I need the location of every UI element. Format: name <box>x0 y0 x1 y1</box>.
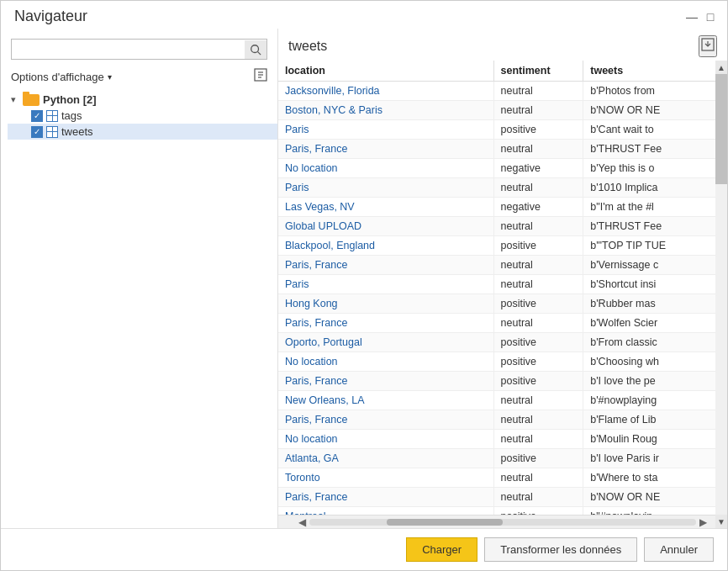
charger-button[interactable]: Charger <box>406 537 477 562</box>
table-row: Paris, Franceneutralb'Vernissage c <box>278 256 727 275</box>
scroll-down-button[interactable]: ▼ <box>715 515 727 528</box>
new-source-icon <box>254 68 267 82</box>
transform-button[interactable]: Transformer les données <box>484 537 637 562</box>
search-icon <box>250 44 261 56</box>
table-row: Parisneutralb'Shortcut insi <box>278 275 727 294</box>
navigator-dialog: Navigateur — □ Options d'affichage <box>0 0 728 571</box>
scroll-left-arrow[interactable]: ◀ <box>295 516 309 528</box>
table-row: Parispositiveb'Cant wait to <box>278 120 727 140</box>
cell-sentiment: neutral <box>493 410 583 430</box>
cell-location: Global UPLOAD <box>278 217 493 236</box>
table-row: Oporto, Portugalpositiveb'From classic <box>278 333 727 352</box>
table-body-scroll[interactable]: Jacksonville, Floridaneutralb'Photos fro… <box>278 82 727 515</box>
footer: Charger Transformer les données Annuler <box>1 528 727 570</box>
tweets-checkbox[interactable] <box>31 126 43 138</box>
scroll-right-arrow[interactable]: ▶ <box>696 516 710 528</box>
cell-location: Blackpool, England <box>278 236 493 256</box>
table-row: Atlanta, GApositiveb'I love Paris ir <box>278 449 727 468</box>
cell-sentiment: neutral <box>493 488 583 507</box>
table-row: Jacksonville, Floridaneutralb'Photos fro… <box>278 82 727 101</box>
tree-tweets-label: tweets <box>61 125 93 138</box>
cell-location: Hong Kong <box>278 294 493 314</box>
cell-tweets: b'Shortcut insi <box>583 275 727 294</box>
cell-sentiment: positive <box>493 236 583 256</box>
cell-sentiment: negative <box>493 198 583 217</box>
table-icon-tweets <box>46 126 58 138</box>
table-export-button[interactable] <box>699 35 717 57</box>
new-source-button[interactable] <box>254 68 267 85</box>
table-container: location sentiment tweets <box>278 61 727 528</box>
cell-sentiment: neutral <box>493 468 583 488</box>
table-row: New Orleans, LAneutralb'#nowplaying <box>278 391 727 410</box>
cell-sentiment: positive <box>493 352 583 372</box>
cell-tweets: b'Photos from <box>583 82 727 101</box>
col-header-location: location <box>278 61 493 82</box>
cell-location: Paris, France <box>278 372 493 391</box>
table-row: Hong Kongpositiveb'Rubber mas <box>278 294 727 314</box>
cell-sentiment: positive <box>493 120 583 140</box>
horizontal-scrollbar[interactable]: ◀ ▶ <box>278 515 727 528</box>
cell-location: Paris <box>278 275 493 294</box>
cell-location: Oporto, Portugal <box>278 333 493 352</box>
cell-location: No location <box>278 430 493 449</box>
cell-tweets: b'Vernissage c <box>583 256 727 275</box>
tree-item-tweets[interactable]: tweets <box>8 124 277 140</box>
cell-tweets: b'I love Paris ir <box>583 449 727 468</box>
cell-tweets: b'NOW OR NE <box>583 101 727 120</box>
tree-expand-icon: ▾ <box>11 94 23 105</box>
cell-location: Atlanta, GA <box>278 449 493 468</box>
tree-root-label: Python [2] <box>43 93 97 106</box>
cell-location: Montreal <box>278 507 493 515</box>
cell-sentiment: neutral <box>493 82 583 101</box>
maximize-button[interactable]: □ <box>704 10 717 24</box>
cancel-button[interactable]: Annuler <box>644 537 714 562</box>
table-row: Parisneutralb'1010 Implica <box>278 178 727 198</box>
cell-tweets: b'Yep this is o <box>583 159 727 178</box>
cell-location: Jacksonville, Florida <box>278 82 493 101</box>
cell-tweets: b'From classic <box>583 333 727 352</box>
v-scroll-track[interactable] <box>715 74 727 515</box>
cell-sentiment: neutral <box>493 140 583 159</box>
table-row: Paris, Franceneutralb'Wolfen Scier <box>278 314 727 333</box>
options-label[interactable]: Options d'affichage ▾ <box>11 71 112 83</box>
cell-tweets: b'THRUST Fee <box>583 217 727 236</box>
tree-root-item[interactable]: ▾ Python [2] <box>8 92 277 108</box>
search-button[interactable] <box>245 40 266 59</box>
tags-checkbox[interactable] <box>31 110 43 122</box>
table-title: tweets <box>288 39 327 54</box>
v-scroll-thumb[interactable] <box>715 74 727 184</box>
h-scroll-thumb[interactable] <box>387 519 503 526</box>
window-controls: — □ <box>685 10 717 24</box>
cell-sentiment: negative <box>493 159 583 178</box>
scroll-up-button[interactable]: ▲ <box>715 61 727 74</box>
table-row: Paris, Franceneutralb'THRUST Fee <box>278 140 727 159</box>
cell-tweets: b'Wolfen Scier <box>583 314 727 333</box>
cell-location: No location <box>278 352 493 372</box>
table-head-wrap: location sentiment tweets <box>278 61 727 82</box>
table-row: Paris, Franceneutralb'Flame of Lib <box>278 410 727 430</box>
tree-item-tags[interactable]: tags <box>8 108 277 124</box>
table-row: No locationpositiveb'Choosing wh <box>278 352 727 372</box>
table-row: Torontoneutralb'Where to sta <box>278 468 727 488</box>
cell-location: Paris <box>278 120 493 140</box>
cell-location: Paris, France <box>278 140 493 159</box>
col-header-tweets: tweets <box>583 61 727 82</box>
cell-sentiment: positive <box>493 507 583 515</box>
table-row: Paris, Francepositiveb'I love the pe <box>278 372 727 391</box>
search-input[interactable] <box>12 40 245 59</box>
minimize-button[interactable]: — <box>685 10 699 24</box>
h-scroll-track[interactable] <box>309 519 696 526</box>
cell-sentiment: neutral <box>493 275 583 294</box>
cell-tweets: b'THRUST Fee <box>583 140 727 159</box>
search-bar <box>11 39 267 60</box>
svg-line-1 <box>258 51 261 55</box>
data-table-head: location sentiment tweets <box>278 61 727 82</box>
cell-sentiment: positive <box>493 294 583 314</box>
cell-tweets: b"#nowplayin, <box>583 507 727 515</box>
cell-location: No location <box>278 159 493 178</box>
table-full: location sentiment tweets <box>278 61 727 528</box>
cell-sentiment: neutral <box>493 178 583 198</box>
cell-location: Paris, France <box>278 256 493 275</box>
vertical-scrollbar: ▲ ▼ <box>715 61 727 528</box>
cell-tweets: b'NOW OR NE <box>583 488 727 507</box>
